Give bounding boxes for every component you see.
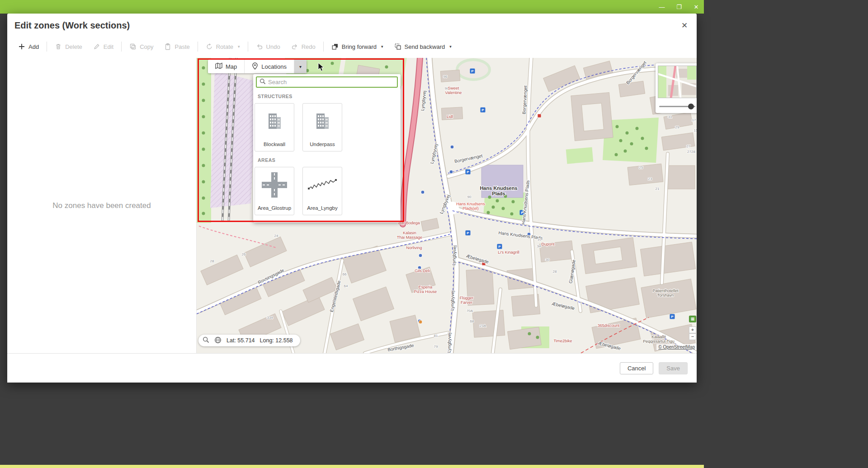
svg-text:26: 26	[242, 252, 246, 256]
send-backward-icon	[394, 43, 401, 50]
undo-button[interactable]: Undo	[250, 40, 286, 53]
poi-icon	[449, 170, 453, 174]
minimap-image	[658, 66, 697, 98]
svg-text:P: P	[471, 69, 474, 73]
area-card-glostrup[interactable]: Area_Glostrup	[255, 167, 294, 215]
svg-text:79: 79	[434, 345, 438, 349]
svg-text:17: 17	[692, 118, 696, 122]
areas-section-title: AREAS	[258, 157, 401, 163]
search-icon[interactable]	[203, 336, 209, 345]
delete-button[interactable]: Delete	[49, 40, 88, 53]
chevron-down-icon[interactable]: ▾	[381, 44, 383, 49]
parking-icon: P	[466, 170, 471, 175]
poi-icon	[419, 254, 422, 257]
svg-text:365discount: 365discount	[598, 323, 620, 328]
redo-button[interactable]: Redo	[286, 40, 321, 53]
close-dialog-button[interactable]: ✕	[679, 19, 690, 31]
bring-forward-icon	[331, 43, 339, 50]
svg-text:Norliving: Norliving	[406, 246, 422, 250]
cancel-button[interactable]: Cancel	[620, 362, 653, 374]
svg-text:Lyngbyvej: Lyngbyvej	[451, 245, 457, 265]
send-backward-button[interactable]: Send backward ▾	[389, 40, 457, 53]
rotate-button[interactable]: Rotate ▾	[200, 40, 245, 53]
svg-text:70A: 70A	[467, 309, 473, 313]
svg-text:Pizza House: Pizza House	[414, 289, 437, 294]
svg-text:Farver: Farver	[461, 300, 472, 305]
edit-button[interactable]: Edit	[88, 40, 119, 53]
zoom-slider-knob[interactable]	[688, 104, 694, 109]
structure-card-blockwall[interactable]: Blockwall	[255, 103, 294, 151]
svg-text:Kalasin: Kalasin	[403, 231, 416, 235]
copy-button[interactable]: Copy	[124, 40, 159, 53]
svg-text:31: 31	[668, 115, 672, 119]
svg-text:66: 66	[343, 272, 347, 276]
poi-icon	[419, 320, 422, 324]
svg-text:P: P	[467, 231, 469, 235]
close-window-button[interactable]: ✕	[691, 2, 701, 12]
zoom-in-button[interactable]: +	[689, 326, 696, 333]
location-pin-icon	[252, 62, 258, 71]
maximize-button[interactable]: ❐	[674, 2, 684, 12]
svg-text:Peqqissartut Tigu: Peqqissartut Tigu	[643, 339, 675, 344]
globe-icon[interactable]	[214, 336, 222, 345]
coordinates-statusbar: Lat: 55.714 Long: 12.558	[198, 335, 300, 346]
structure-card-underpass[interactable]: Underpass	[302, 103, 342, 151]
area-card-lyngby[interactable]: Area_Lyngby	[302, 167, 342, 215]
chevron-down-icon[interactable]: ▾	[238, 44, 240, 49]
structures-section-title: STRUCTURES	[258, 94, 401, 99]
parking-icon: P	[670, 314, 675, 319]
map-icon	[215, 62, 222, 71]
search-input[interactable]	[268, 79, 394, 85]
svg-text:28: 28	[210, 259, 214, 263]
bring-forward-button[interactable]: Bring forward ▾	[326, 40, 389, 53]
longitude-value: Long: 12.558	[260, 337, 293, 344]
svg-text:25: 25	[639, 165, 643, 170]
svg-text:Thai Massage: Thai Massage	[397, 235, 423, 240]
app-bottom-strip	[0, 465, 704, 468]
svg-text:Lyngbyvej: Lyngbyvej	[447, 333, 452, 353]
svg-text:Flügger: Flügger	[460, 296, 474, 300]
svg-text:23: 23	[648, 177, 652, 181]
location-search[interactable]	[256, 76, 398, 88]
svg-text:81: 81	[434, 334, 438, 338]
svg-text:Plads: Plads	[492, 191, 505, 196]
svg-text:2728: 2728	[687, 150, 695, 154]
svg-text:Plads(el): Plads(el)	[462, 206, 479, 211]
redo-icon	[291, 43, 298, 50]
svg-text:Bar Bodega: Bar Bodega	[398, 221, 420, 225]
edit-zones-dialog: Edit zones (Work sections) ✕ Add Delete …	[7, 14, 697, 383]
building-icon	[264, 104, 285, 139]
minimap-zoom-slider[interactable]	[659, 106, 695, 107]
add-button[interactable]: Add	[13, 40, 44, 53]
rotate-icon	[206, 43, 213, 50]
svg-text:29: 29	[675, 125, 679, 129]
svg-text:Torshavn: Torshavn	[657, 293, 674, 298]
tab-map[interactable]: Map	[208, 60, 245, 73]
zoom-out-button[interactable]: −	[689, 333, 696, 340]
toolbar-separator	[323, 42, 324, 52]
layers-icon[interactable]: ▦	[689, 316, 696, 322]
svg-text:Esperia: Esperia	[419, 285, 433, 289]
svg-text:28: 28	[553, 269, 557, 274]
parking-icon: P	[466, 231, 471, 236]
osm-attribution-link[interactable]: © OpenStreetMap	[656, 344, 697, 350]
locations-dropdown-panel: STRUCTURES Blockwall Underpass AREAS	[253, 74, 401, 222]
paste-button[interactable]: Paste	[159, 40, 195, 53]
zones-list-panel: No zones have been created	[7, 58, 197, 353]
tab-locations[interactable]: Locations	[245, 60, 294, 73]
map-view-tabs: Map Locations ▾	[208, 60, 307, 73]
svg-text:334: 334	[267, 316, 273, 320]
save-button[interactable]: Save	[659, 362, 688, 374]
road-intersection-icon	[262, 167, 287, 203]
map-panel[interactable]: PPPPPPP LyngbyvejLyngbyvejLyngbyvejLyngb…	[197, 58, 697, 353]
svg-text:P: P	[671, 315, 674, 319]
mouse-cursor	[318, 62, 325, 74]
overview-minimap[interactable]	[656, 63, 697, 113]
minimize-button[interactable]: —	[657, 2, 667, 12]
chevron-down-icon[interactable]: ▾	[449, 44, 452, 49]
toolbar-separator	[47, 42, 47, 52]
locations-dropdown-toggle[interactable]: ▾	[294, 60, 307, 73]
dialog-title: Edit zones (Work sections)	[14, 20, 130, 31]
toolbar-separator	[248, 42, 248, 52]
svg-text:Gils Deli: Gils Deli	[415, 269, 430, 273]
